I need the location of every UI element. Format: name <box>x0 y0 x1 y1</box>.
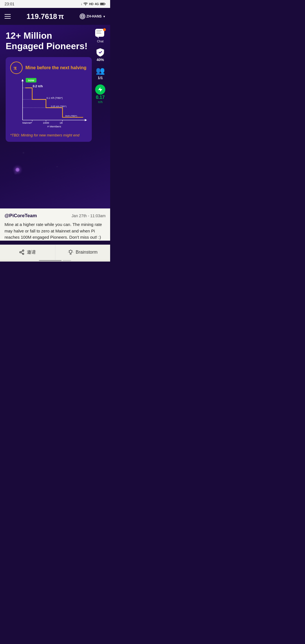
svg-marker-11 <box>21 79 24 81</box>
svg-text:0π/h (TBD*): 0π/h (TBD*) <box>65 115 77 117</box>
mining-rate-icon <box>95 84 105 95</box>
tbd-note: *TBD: Minting for new members might end <box>10 133 87 137</box>
pi-symbol: π <box>58 12 64 21</box>
status-time: 23:01 <box>5 2 14 6</box>
svg-text:0.2 π/h: 0.2 π/h <box>33 84 43 88</box>
chart-svg-wrapper: now 0.2 π/h 0.1 π/h (TBD*) 0.05 π/h (TBD <box>10 77 87 131</box>
chart-header: π Mine before the next halving <box>10 62 87 74</box>
bottom-section: @PiCoreTeam Jan 27th - 11:03am Mine at a… <box>0 208 110 241</box>
invite-label: 邀请 <box>27 249 36 255</box>
svg-point-32 <box>20 252 21 253</box>
pi-logo: π <box>10 62 23 74</box>
notification-dot <box>103 28 106 31</box>
chart-container: π Mine before the next halving now <box>6 57 92 142</box>
svg-marker-8 <box>98 87 103 92</box>
bulb-icon <box>68 249 73 255</box>
glow-dot <box>16 168 19 172</box>
svg-text:0.05 π/h (TBD*): 0.05 π/h (TBD*) <box>51 105 67 108</box>
brainstorm-label: Brainstorm <box>76 250 97 255</box>
share-icon <box>19 249 25 255</box>
chat-button[interactable]: Chat <box>94 28 106 44</box>
main-content: Chat 40% 👥 1/1 0.17 π/h <box>0 25 110 208</box>
signal-label: 4G <box>95 2 99 6</box>
svg-text:# Members: # Members <box>47 125 61 128</box>
post-meta: @PiCoreTeam Jan 27th - 11:03am <box>5 213 106 219</box>
right-sidebar: Chat 40% 👥 1/1 0.17 π/h <box>90 25 110 108</box>
language-selector[interactable]: ZH-HANS ▼ <box>80 14 106 19</box>
shield-button[interactable]: 40% <box>94 46 106 63</box>
scroll-bar-2 <box>63 260 71 261</box>
svg-point-5 <box>82 15 83 18</box>
users-button[interactable]: 👥 1/1 <box>95 65 106 81</box>
hero-title: 12+ Million Engaged Pioneers! <box>6 31 88 51</box>
bottom-buttons: 邀请 Brainstorm <box>0 245 110 260</box>
svg-point-4 <box>81 15 84 18</box>
svg-text:Mainnet*: Mainnet* <box>22 121 32 124</box>
svg-point-31 <box>23 250 24 251</box>
chevron-down-icon: ▼ <box>103 15 106 18</box>
wifi-icon <box>83 2 88 6</box>
svg-text:0.1 π/h (TBD*): 0.1 π/h (TBD*) <box>47 97 63 99</box>
app-header: 119.7618 π ZH-HANS ▼ <box>0 8 110 25</box>
chat-icon-wrapper <box>95 29 105 39</box>
hamburger-menu[interactable] <box>5 14 11 19</box>
mining-rate-unit: π/h <box>98 100 103 104</box>
chart-title: Mine before the next halving <box>25 65 86 70</box>
chat-label: Chat <box>97 40 103 43</box>
globe-icon <box>80 14 85 19</box>
post-text: Mine at a higher rate while you can. The… <box>5 221 106 241</box>
hd-label: HD <box>89 2 93 6</box>
language-label: ZH-HANS <box>86 14 102 18</box>
svg-line-37 <box>69 251 69 251</box>
users-icon: 👥 <box>96 66 105 75</box>
scroll-indicators <box>0 260 110 262</box>
mining-rate-value: 0.17 <box>96 95 104 100</box>
invite-button[interactable]: 邀请 <box>0 245 55 260</box>
svg-point-33 <box>23 253 24 254</box>
svg-line-40 <box>72 251 72 251</box>
status-icons: ↓ HD 4G <box>80 2 106 6</box>
svg-rect-3 <box>101 3 104 5</box>
mining-rate-button[interactable]: 0.17 π/h <box>94 83 106 105</box>
scroll-bar-1 <box>39 260 62 261</box>
now-badge: now <box>26 78 36 82</box>
post-date: Jan 27th - 11:03am <box>71 214 106 218</box>
svg-marker-13 <box>85 119 87 121</box>
svg-rect-2 <box>105 3 106 5</box>
post-author: @PiCoreTeam <box>5 213 37 219</box>
battery-icon <box>100 2 106 6</box>
svg-text:1B: 1B <box>60 121 63 124</box>
brainstorm-button[interactable]: Brainstorm <box>55 245 110 260</box>
header-right: ZH-HANS ▼ <box>80 14 106 19</box>
shield-icon <box>95 47 105 57</box>
mining-rate-chart: 0.2 π/h 0.1 π/h (TBD*) 0.05 π/h (TBD*) 0… <box>10 77 87 130</box>
shield-percent: 40% <box>97 58 104 62</box>
balance-value: 119.7618 <box>27 12 57 21</box>
svg-line-34 <box>21 253 23 253</box>
svg-text:100M: 100M <box>43 121 49 124</box>
download-icon: ↓ <box>80 2 82 6</box>
svg-line-35 <box>21 251 23 252</box>
svg-point-0 <box>85 5 86 5</box>
svg-text:π: π <box>14 65 17 71</box>
pi-balance-display: 119.7618 π <box>27 12 64 21</box>
members-ratio: 1/1 <box>98 76 103 80</box>
status-bar: 23:01 ↓ HD 4G <box>0 0 110 8</box>
